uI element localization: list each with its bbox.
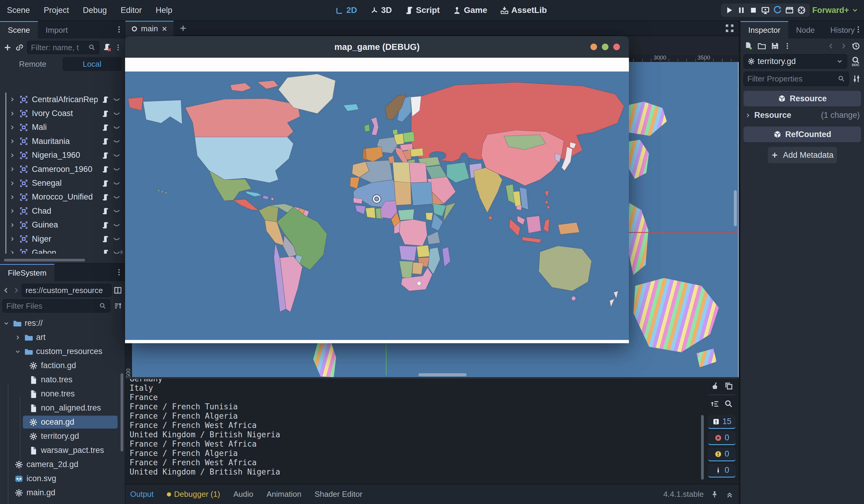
split-view-icon[interactable] [113, 286, 122, 295]
folder-row[interactable]: art [0, 330, 125, 345]
visibility-hidden-icon[interactable] [113, 165, 121, 174]
scene-node-row[interactable]: Mali [0, 121, 125, 134]
tab-import[interactable]: Import [38, 21, 76, 38]
inspector-menu-icon[interactable] [854, 23, 862, 35]
filesystem-vertical-scrollbar[interactable] [121, 373, 123, 452]
property-tools-icon[interactable] [852, 74, 861, 83]
clear-output-button[interactable] [710, 381, 719, 391]
script-icon[interactable] [101, 235, 109, 243]
file-row[interactable]: territory.gd [0, 429, 125, 443]
output-log[interactable]: Germany Italy France France / French Tun… [125, 379, 706, 484]
sort-files-icon[interactable] [113, 301, 122, 310]
script-icon[interactable] [101, 151, 109, 160]
resource-category-header[interactable]: Resource [743, 91, 861, 106]
bottom-tab-shader-editor[interactable]: Shader Editor [314, 490, 362, 499]
folder-row[interactable]: custom_resources [0, 345, 125, 359]
expand-icon[interactable] [9, 179, 16, 188]
remote-toggle[interactable]: Remote [3, 57, 62, 71]
expand-icon[interactable] [9, 235, 16, 243]
file-row[interactable]: nato.tres [0, 373, 125, 387]
visibility-hidden-icon[interactable] [113, 109, 121, 118]
game-window[interactable]: map_game (DEBUG) [125, 36, 629, 343]
scene-node-row[interactable]: Nigeria_1960 [0, 148, 125, 162]
detach-script-icon[interactable] [103, 43, 111, 52]
script-icon[interactable] [101, 179, 109, 188]
file-row[interactable]: faction.gd [0, 359, 125, 373]
resource-options-icon[interactable] [784, 41, 791, 50]
history-icon[interactable] [851, 41, 860, 50]
search-docs-icon[interactable] [850, 56, 861, 67]
collapse-duplicates-button[interactable] [710, 399, 719, 408]
expand-icon[interactable] [9, 151, 16, 160]
tab-filesystem[interactable]: FileSystem [0, 264, 55, 281]
tab-inspector[interactable]: Inspector [741, 21, 788, 38]
search-output-button[interactable] [724, 399, 733, 408]
renderer-selector[interactable]: Forward+ [812, 6, 859, 15]
expand-icon[interactable] [9, 248, 16, 254]
scene-node-row[interactable]: Mauritania [0, 134, 125, 148]
nav-forward-icon[interactable] [12, 286, 20, 295]
expand-icon[interactable] [14, 333, 21, 342]
property-filter-input[interactable] [747, 74, 836, 84]
file-row-selected[interactable]: ocean.gd [0, 415, 125, 429]
scene-node-row[interactable]: Gabon [0, 246, 125, 254]
error-count-toggle[interactable]: 0 [708, 431, 736, 445]
path-input[interactable] [26, 286, 108, 295]
menu-project[interactable]: Project [37, 6, 76, 15]
script-icon[interactable] [101, 206, 109, 215]
file-row[interactable]: camera_2d.gd [0, 457, 125, 471]
warning-count-toggle[interactable]: 0 [708, 447, 736, 461]
tab-node[interactable]: Node [788, 21, 823, 38]
scene-tab-main[interactable]: main [125, 21, 173, 36]
file-filter-input[interactable] [6, 301, 97, 311]
scene-dock-menu-icon[interactable] [115, 23, 123, 35]
expand-icon[interactable] [9, 220, 16, 230]
visibility-hidden-icon[interactable] [113, 137, 121, 146]
local-toggle[interactable]: Local [62, 57, 122, 71]
file-row[interactable]: icon.svg [0, 471, 125, 486]
new-scene-tab-button[interactable] [179, 24, 187, 33]
history-back-icon[interactable] [827, 41, 835, 50]
visibility-hidden-icon[interactable] [113, 248, 121, 254]
menu-help[interactable]: Help [149, 6, 179, 15]
scene-node-row[interactable]: Chad [0, 204, 125, 218]
nav-back-icon[interactable] [2, 286, 10, 295]
scene-tree-vertical-scrollbar[interactable] [120, 250, 123, 254]
visibility-hidden-icon[interactable] [113, 193, 121, 202]
new-resource-button[interactable] [744, 41, 753, 50]
refcounted-category-header[interactable]: RefCounted [743, 127, 861, 142]
movie-maker-button[interactable] [785, 5, 794, 15]
bottom-tab-debugger[interactable]: Debugger (1) [167, 490, 220, 499]
scene-node-row[interactable]: Morocco_Unified [0, 190, 125, 204]
viewport-vertical-scrollbar[interactable] [734, 190, 737, 226]
scene-node-row[interactable]: Ivory Coast [0, 106, 125, 120]
script-icon[interactable] [101, 165, 109, 174]
scene-node-row[interactable]: Niger [0, 232, 125, 246]
expand-bottom-panel-icon[interactable] [725, 490, 734, 499]
edit-count-toggle[interactable]: 0 [708, 464, 736, 478]
copy-output-button[interactable] [724, 381, 733, 391]
play-button[interactable] [724, 5, 734, 15]
menu-debug[interactable]: Debug [76, 6, 114, 15]
viewport-horizontal-scrollbar[interactable] [419, 373, 467, 376]
visibility-hidden-icon[interactable] [113, 95, 121, 104]
scene-filter-input[interactable] [31, 43, 86, 52]
scene-node-row[interactable]: Senegal [0, 176, 125, 190]
expand-icon[interactable] [9, 109, 16, 118]
visibility-hidden-icon[interactable] [113, 123, 121, 132]
visibility-hidden-icon[interactable] [113, 151, 121, 160]
tab-scene[interactable]: Scene [0, 21, 38, 38]
scene-tree-menu-icon[interactable] [115, 43, 122, 52]
expand-icon[interactable] [9, 193, 16, 202]
reload-button[interactable] [772, 5, 782, 15]
workspace-script[interactable]: Script [400, 5, 444, 15]
scene-tree-horizontal-scrollbar[interactable] [4, 259, 85, 262]
script-icon[interactable] [101, 109, 109, 118]
window-maximize-button[interactable] [602, 44, 609, 50]
history-forward-icon[interactable] [839, 41, 847, 50]
workspace-game[interactable]: Game [448, 5, 492, 15]
pause-button[interactable] [736, 5, 746, 15]
script-icon[interactable] [101, 95, 109, 104]
script-icon[interactable] [101, 193, 109, 202]
script-icon[interactable] [101, 137, 109, 146]
